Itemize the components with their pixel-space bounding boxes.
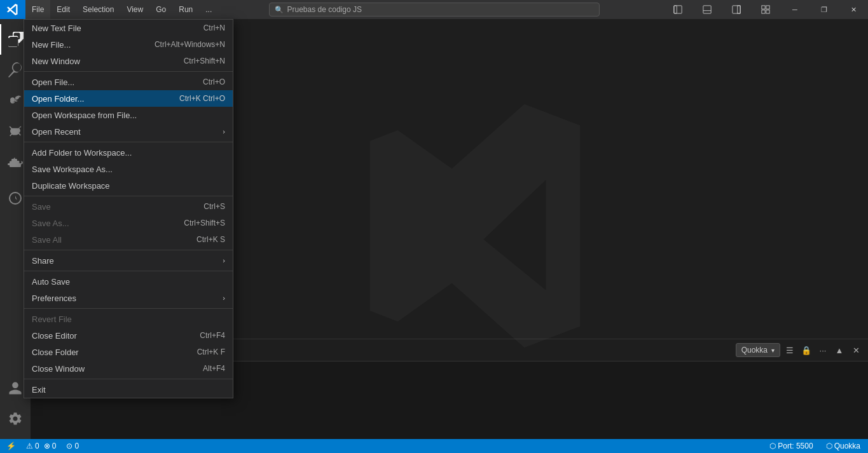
layout-sidebar-icon[interactable] xyxy=(663,0,692,19)
menu-open-recent[interactable]: Open Recent › xyxy=(24,123,233,140)
menu-item-label: Auto Save xyxy=(32,277,225,287)
status-bar-left: ⚡ ⚠ 0 ⊗ 0 ⊙ 0 xyxy=(0,439,81,453)
terminal-up-icon[interactable]: ▲ xyxy=(832,343,846,357)
menu-view[interactable]: View xyxy=(120,0,149,19)
menu-open-file[interactable]: Open File... Ctrl+O xyxy=(24,74,233,90)
layout-sidebar-right-icon[interactable] xyxy=(722,0,751,19)
menu-open-folder[interactable]: Open Folder... Ctrl+K Ctrl+O xyxy=(24,90,233,107)
menu-item-shortcut: Ctrl+O xyxy=(203,78,225,86)
svg-rect-9 xyxy=(766,10,769,13)
menu-save-workspace-as[interactable]: Save Workspace As... xyxy=(24,161,233,177)
menu-close-folder[interactable]: Close Folder Ctrl+K F xyxy=(24,344,233,360)
terminal-more-icon[interactable]: ··· xyxy=(816,343,830,357)
layout-panel-icon[interactable] xyxy=(692,0,722,19)
vscode-logo xyxy=(0,0,25,19)
menu-item-shortcut: Ctrl+K S xyxy=(196,235,225,244)
search-text: Pruebas de codigo JS xyxy=(287,5,362,14)
menu-separator-6 xyxy=(24,308,233,309)
terminal-lock-icon[interactable]: 🔒 xyxy=(799,343,813,357)
status-quokka[interactable]: ⬡ Quokka xyxy=(823,439,863,453)
activity-settings[interactable] xyxy=(0,403,31,434)
menu-item-shortcut: Alt+F4 xyxy=(203,364,225,373)
status-bar-right: ⬡ Port: 5500 ⬡ Quokka xyxy=(767,439,868,453)
warning-icon: ⊗ xyxy=(44,442,50,450)
maximize-button[interactable]: ❐ xyxy=(809,0,839,19)
titlebar: File Edit Selection View Go Run ... 🔍 Pr… xyxy=(0,0,868,19)
menu-separator-3 xyxy=(24,196,233,196)
menu-item-label: Save Workspace As... xyxy=(32,165,225,174)
menu-item-label: New Text File xyxy=(32,24,191,33)
menu-item-shortcut: Ctrl+S xyxy=(203,202,225,211)
status-info[interactable]: ⊙ 0 xyxy=(64,439,81,453)
svg-rect-2 xyxy=(703,6,711,13)
status-bar: ⚡ ⚠ 0 ⊗ 0 ⊙ 0 ⬡ Port: 5500 ⬡ Quokka xyxy=(0,439,868,453)
menu-separator-7 xyxy=(24,379,233,379)
minimize-button[interactable]: ─ xyxy=(780,0,809,19)
menu-separator-1 xyxy=(24,71,233,72)
search-bar[interactable]: 🔍 Pruebas de codigo JS xyxy=(269,3,600,17)
close-button[interactable]: ✕ xyxy=(839,0,868,19)
menu-auto-save[interactable]: Auto Save xyxy=(24,273,233,290)
menu-file[interactable]: File xyxy=(25,0,50,19)
menu-item-label: Open File... xyxy=(32,78,190,87)
menu-item-label: Duplicate Workspace xyxy=(32,181,225,191)
warning-count: 0 xyxy=(52,442,57,450)
info-count: 0 xyxy=(74,442,79,450)
menu-edit[interactable]: Edit xyxy=(50,0,76,19)
menu-item-label: Open Workspace from File... xyxy=(32,111,212,120)
menu-item-label: Save All xyxy=(32,235,184,245)
menu-new-file[interactable]: New File... Ctrl+Alt+Windows+N xyxy=(24,36,233,53)
terminal-close-icon[interactable]: ✕ xyxy=(849,343,863,357)
menu-open-workspace[interactable]: Open Workspace from File... xyxy=(24,107,233,123)
svg-rect-4 xyxy=(733,6,740,13)
menu-exit[interactable]: Exit xyxy=(24,381,233,398)
svg-rect-0 xyxy=(674,6,677,13)
menu-new-window[interactable]: New Window Ctrl+Shift+N xyxy=(24,53,233,69)
menu-preferences[interactable]: Preferences › xyxy=(24,290,233,306)
port-text: Port: 5500 xyxy=(778,442,813,450)
svg-rect-5 xyxy=(738,6,740,13)
menu-item-label: Add Folder to Workspace... xyxy=(32,148,225,158)
menu-item-label: Close Editor xyxy=(32,331,187,341)
menu-item-label: New Window xyxy=(32,57,171,66)
menu-item-label: Revert File xyxy=(32,314,225,324)
menu-save: Save Ctrl+S xyxy=(24,198,233,215)
menu-share[interactable]: Share › xyxy=(24,252,233,269)
error-icon: ⚠ xyxy=(26,442,33,450)
status-port[interactable]: ⬡ Port: 5500 xyxy=(767,439,815,453)
quokka-text: Quokka xyxy=(834,442,860,450)
terminal-profile-dropdown[interactable]: Quokka ▾ xyxy=(736,343,780,357)
submenu-arrow-icon: › xyxy=(223,257,225,264)
menu-close-editor[interactable]: Close Editor Ctrl+F4 xyxy=(24,327,233,344)
terminal-list-icon[interactable]: ☰ xyxy=(783,343,797,357)
menu-item-label: Close Folder xyxy=(32,348,184,357)
svg-rect-8 xyxy=(762,10,765,13)
chevron-down-icon: ▾ xyxy=(771,347,775,354)
menu-item-label: Exit xyxy=(32,385,225,395)
menu-more[interactable]: ... xyxy=(199,0,218,19)
info-icon: ⊙ xyxy=(66,442,72,450)
menu-item-shortcut: Ctrl+Shift+N xyxy=(184,57,225,65)
menu-duplicate-workspace[interactable]: Duplicate Workspace xyxy=(24,177,233,194)
menu-add-folder[interactable]: Add Folder to Workspace... xyxy=(24,144,233,161)
menu-item-label: Save As... xyxy=(32,219,171,228)
menu-selection[interactable]: Selection xyxy=(76,0,120,19)
status-branch[interactable]: ⚡ xyxy=(4,439,18,453)
menu-item-label: Open Recent xyxy=(32,127,205,137)
menu-save-as: Save As... Ctrl+Shift+S xyxy=(24,215,233,231)
status-errors[interactable]: ⚠ 0 ⊗ 0 xyxy=(24,439,59,453)
port-icon: ⬡ xyxy=(769,442,776,450)
menu-new-text-file[interactable]: New Text File Ctrl+N xyxy=(24,20,233,36)
menu-go[interactable]: Go xyxy=(149,0,172,19)
menu-item-shortcut: Ctrl+Alt+Windows+N xyxy=(155,40,225,49)
menu-item-shortcut: Ctrl+K Ctrl+O xyxy=(179,94,225,103)
layout-grid-icon[interactable] xyxy=(751,0,780,19)
menu-close-window[interactable]: Close Window Alt+F4 xyxy=(24,360,233,377)
menu-item-shortcut: Ctrl+F4 xyxy=(200,331,225,340)
menu-item-label: New File... xyxy=(32,40,142,50)
terminal-controls: Quokka ▾ ☰ 🔒 ··· ▲ ✕ xyxy=(736,343,868,357)
menu-run[interactable]: Run xyxy=(172,0,199,19)
menu-item-label: Close Window xyxy=(32,364,190,374)
window-controls: ─ ❐ ✕ xyxy=(663,0,868,19)
svg-rect-1 xyxy=(674,6,682,13)
